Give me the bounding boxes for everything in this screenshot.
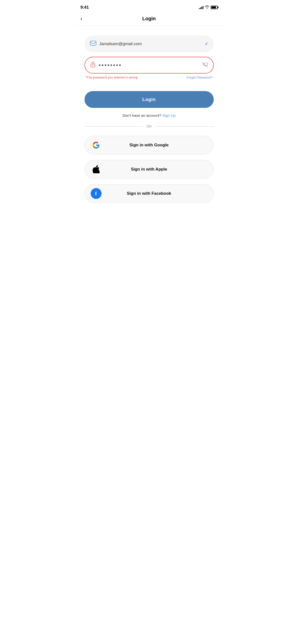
page-title: Login xyxy=(142,16,156,22)
error-row: *The password you entered is wrong Forge… xyxy=(85,76,214,79)
wifi-icon xyxy=(205,6,209,10)
login-button[interactable]: Login xyxy=(85,91,214,108)
password-field[interactable] xyxy=(85,57,214,74)
google-icon-wrap xyxy=(91,140,102,150)
svg-rect-0 xyxy=(90,41,96,46)
status-time: 9:41 xyxy=(81,5,89,10)
facebook-icon: f xyxy=(95,191,97,196)
nav-header: ‹ Login xyxy=(75,13,224,26)
sign-in-facebook-button[interactable]: f Sign in with Facebook xyxy=(85,184,214,203)
sign-in-facebook-label: Sign in with Facebook xyxy=(91,191,208,196)
password-input[interactable] xyxy=(99,62,202,68)
email-field[interactable]: ✓ xyxy=(85,36,214,52)
sign-in-apple-button[interactable]: Sign in with Apple xyxy=(85,160,214,179)
signal-icon xyxy=(199,6,203,9)
lock-icon xyxy=(90,61,96,69)
email-input[interactable] xyxy=(99,42,205,46)
main-content: ✓ *The password you entered is wrong For… xyxy=(75,26,224,218)
back-button[interactable]: ‹ xyxy=(81,16,82,22)
facebook-icon-wrap: f xyxy=(91,188,102,199)
battery-icon xyxy=(211,6,218,9)
eye-off-icon[interactable] xyxy=(202,62,208,68)
facebook-circle: f xyxy=(91,188,102,199)
or-line-right xyxy=(155,126,214,127)
or-divider: OR xyxy=(85,124,214,128)
sign-in-apple-label: Sign in with Apple xyxy=(91,167,208,172)
signup-text: Don't have an account? xyxy=(123,113,161,118)
email-icon xyxy=(90,41,96,47)
google-icon xyxy=(93,142,100,148)
or-label: OR xyxy=(147,124,152,128)
email-field-wrapper: ✓ xyxy=(85,36,214,52)
apple-icon-wrap xyxy=(91,164,102,175)
password-error-text: *The password you entered is wrong xyxy=(86,76,138,79)
password-field-wrapper: *The password you entered is wrong Forge… xyxy=(85,57,214,79)
status-icons xyxy=(199,6,218,10)
apple-icon xyxy=(93,166,100,173)
sign-in-google-button[interactable]: Sign in with Google xyxy=(85,136,214,154)
or-line-left xyxy=(85,126,143,127)
email-check-icon: ✓ xyxy=(205,41,208,47)
forget-password-link[interactable]: Forget Password? xyxy=(187,76,213,79)
signup-row: Don't have an account? Sign Up xyxy=(85,113,214,118)
sign-in-google-label: Sign in with Google xyxy=(91,143,208,148)
signup-link[interactable]: Sign Up xyxy=(162,113,175,118)
svg-rect-2 xyxy=(92,65,94,66)
status-bar: 9:41 xyxy=(75,0,224,13)
